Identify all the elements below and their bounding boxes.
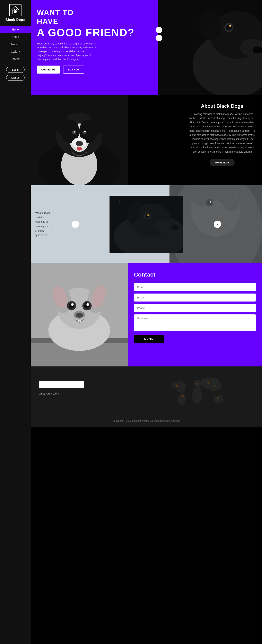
svg-rect-44 xyxy=(109,196,183,253)
sidebar: Black Dogs Hone About Traning Gallery Co… xyxy=(0,0,31,644)
buy-now-button[interactable]: Buy Now xyxy=(63,66,84,74)
svg-point-79 xyxy=(176,385,178,387)
contact-phone-input[interactable] xyxy=(134,304,256,312)
hero-title-line2: HAVE xyxy=(37,17,152,26)
scroll-up-arrow[interactable]: − xyxy=(156,27,162,33)
main-content: WANT TO HAVE A GOOD FRIEND? There are ma… xyxy=(31,0,262,644)
about-image xyxy=(31,95,128,186)
sidebar-item-contact[interactable]: Contact xyxy=(0,55,31,63)
contact-message-input[interactable] xyxy=(134,314,256,331)
footer-section: emo@gmail.com xyxy=(31,366,262,427)
footer-left: emo@gmail.com xyxy=(39,375,136,412)
sidebar-item-gallery[interactable]: Gallery xyxy=(0,48,31,55)
footer-map xyxy=(146,375,254,412)
hero-image xyxy=(158,0,262,95)
svg-point-80 xyxy=(182,395,184,397)
sidebar-item-about[interactable]: About xyxy=(0,33,31,40)
about-content: About Black Dogs It is a long establishe… xyxy=(128,95,262,186)
logo-container: Black Dogs xyxy=(5,4,25,22)
contact-section: Contact SEND xyxy=(31,263,262,366)
svg-point-46 xyxy=(126,206,126,206)
scroll-down-arrow[interactable]: − xyxy=(156,35,162,42)
hero-title-big: A GOOD FRIEND? xyxy=(37,27,152,38)
svg-point-76 xyxy=(76,313,83,318)
svg-point-71 xyxy=(71,303,74,306)
svg-point-30 xyxy=(76,141,83,146)
svg-point-82 xyxy=(207,382,209,384)
svg-point-24 xyxy=(72,130,76,134)
logo-text: Black Dogs xyxy=(5,18,25,22)
footer-bottom: Copyright © 2022 Company name All rights… xyxy=(39,416,254,423)
sidebar-nav: Hone About Traning Gallery Contact xyxy=(0,26,31,63)
svg-point-56 xyxy=(223,194,240,212)
footer-email-input[interactable] xyxy=(39,381,84,388)
svg-point-27 xyxy=(82,130,86,134)
contact-title: Contact xyxy=(134,272,256,278)
signup-button[interactable]: Signup xyxy=(6,75,24,81)
hero-buttons: Contact Us Buy Now xyxy=(37,66,152,74)
contact-form-area: Contact SEND xyxy=(128,263,262,366)
svg-point-11 xyxy=(229,25,231,27)
contact-us-button[interactable]: Contact Us xyxy=(37,66,60,74)
hero-content: WANT TO HAVE A GOOD FRIEND? There are ma… xyxy=(31,0,158,95)
about-section: About Black Dogs It is a long establishe… xyxy=(31,95,262,186)
footer-copyright: Copyright © 2022 Company name All rights… xyxy=(112,420,180,422)
svg-point-31 xyxy=(77,147,82,150)
footer-top: emo@gmail.com xyxy=(39,375,254,412)
sidebar-item-home[interactable]: Hone xyxy=(0,26,31,33)
about-title: About Black Dogs xyxy=(189,103,255,109)
svg-point-28 xyxy=(84,131,86,132)
svg-point-25 xyxy=(74,131,75,132)
svg-point-84 xyxy=(214,385,215,387)
sidebar-auth-buttons: Login Signup xyxy=(6,67,24,81)
contact-image xyxy=(31,263,128,366)
svg-rect-77 xyxy=(78,320,79,322)
slider-next-button[interactable]: › xyxy=(214,220,221,228)
svg-point-74 xyxy=(87,303,89,306)
svg-point-83 xyxy=(217,398,218,399)
svg-point-59 xyxy=(210,201,212,202)
read-more-button[interactable]: Read More xyxy=(210,159,235,166)
slider-prev-button[interactable]: ‹ xyxy=(72,220,79,228)
contact-name-input[interactable] xyxy=(134,283,256,291)
logo-icon xyxy=(9,4,21,16)
svg-rect-78 xyxy=(80,320,81,322)
send-button[interactable]: SEND xyxy=(134,335,164,343)
login-button[interactable]: Login xyxy=(6,67,24,73)
about-description: It is a long established fact that a rea… xyxy=(189,112,255,154)
gallery-section: ct that a reader readable looking at its… xyxy=(31,186,262,263)
contact-email-input[interactable] xyxy=(134,294,256,302)
sidebar-item-training[interactable]: Traning xyxy=(0,40,31,48)
hero-section: WANT TO HAVE A GOOD FRIEND? There are ma… xyxy=(31,0,262,95)
svg-point-47 xyxy=(115,210,116,210)
svg-point-12 xyxy=(230,25,231,26)
svg-point-14 xyxy=(252,46,262,54)
svg-point-49 xyxy=(179,208,180,208)
svg-point-48 xyxy=(175,199,175,200)
gallery-left-text: ct that a reader readable looking at its… xyxy=(35,211,61,238)
svg-point-45 xyxy=(119,201,120,202)
gallery-center-image xyxy=(109,196,183,253)
svg-point-81 xyxy=(196,383,198,385)
footer-email-text: emo@gmail.com xyxy=(39,392,136,395)
hero-title-line1: WANT TO xyxy=(37,8,152,17)
hero-description: There are many variations of passages of… xyxy=(37,42,98,62)
